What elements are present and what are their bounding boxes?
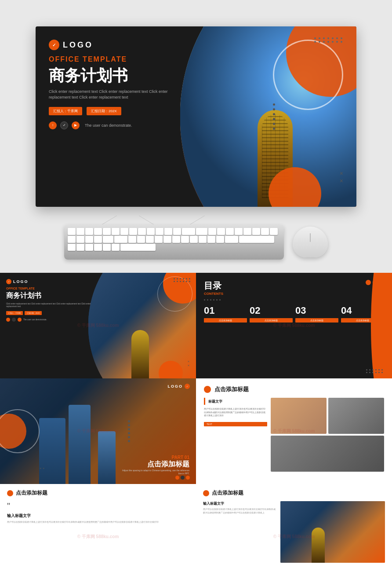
- cts-img-keyboard: [271, 436, 385, 472]
- part01-subtitle: Adjust the spacing to adapt to Chinese t…: [119, 469, 189, 475]
- thumbnail-slide5[interactable]: 点击添加标题 " 输入标题文字 用户可以在投影仪或者计算机上进行演示也可以将演示…: [0, 484, 196, 572]
- brs-para: 用户可以在投影仪或者计算机上进行演示也可以将演示文稿打印出来制作成胶片以便使用到…: [203, 508, 276, 514]
- bls-header: 点击添加标题: [7, 489, 189, 497]
- thumbnail-slide3[interactable]: LOGO ✓ PART 01 点击添加标题 Adjust the spacing…: [0, 378, 196, 484]
- thumbnail-slide2[interactable]: 目录 CONTENTS 01 点击添加标题 02 点: [196, 273, 392, 378]
- building1: [39, 418, 65, 484]
- mini-check-icon: [12, 318, 16, 322]
- cts-red-dot: [204, 386, 211, 393]
- contents-header: 目录 CONTENTS: [204, 280, 384, 296]
- watermark5: © 千库网 588ku.com: [77, 534, 119, 540]
- mini-logo-row: ✓ LOGO: [6, 279, 102, 284]
- mini-badge2: 汇报日期：202X: [25, 311, 42, 315]
- thumbnail-slide6[interactable]: 点击添加标题 输入标题文字 用户可以在投影仪或者计算机上进行演示也可以将演示文稿…: [196, 484, 392, 572]
- brs-header: 点击添加标题: [203, 489, 385, 497]
- hero-wrapper: ✓ LOGO OFFICE TEMPLATE 商务计划书 Click enter…: [0, 0, 392, 216]
- thumbnail-slide1[interactable]: ✓ LOGO OFFICE TEMPLATE 商务计划书 Click enter…: [0, 273, 196, 378]
- mini-badge1: 汇报人：千库网: [6, 311, 23, 315]
- contents-slide: 目录 CONTENTS 01 点击添加标题 02 点: [196, 273, 392, 378]
- p01-icon2: [181, 476, 185, 480]
- c-icon1: [366, 280, 371, 285]
- part01-bottom-icons: [175, 476, 190, 480]
- cts-title: 点击添加标题: [214, 385, 249, 393]
- thumbnails-grid: ✓ LOGO OFFICE TEMPLATE 商务计划书 Click enter…: [0, 273, 392, 572]
- cts-label-text: 标题文字: [208, 399, 222, 404]
- num-big-2: 02: [250, 305, 293, 316]
- mini-info-icon: [6, 318, 10, 322]
- bls-input-text: 用户可以在投影仪或者计算机上进行演示也可以将演示文稿打印出来制作成胶片以便使用到…: [7, 521, 189, 524]
- mini-badges: 汇报人：千库网 汇报日期：202X: [6, 311, 102, 315]
- hero-content: ✓ LOGO OFFICE TEMPLATE 商务计划书 Click enter…: [36, 26, 196, 207]
- cts-label-title: 标题文字: [204, 398, 267, 405]
- bls-title: 点击添加标题: [16, 489, 47, 497]
- mini-play-icon: [18, 318, 22, 322]
- contents-dots: [204, 299, 384, 301]
- brs-img-col: [280, 501, 385, 563]
- play-icon: ▶: [72, 121, 80, 129]
- quote-icon: ": [7, 501, 189, 511]
- cts-images-col: [271, 398, 385, 472]
- cts-label-bar: [204, 398, 205, 405]
- brs-img: [280, 501, 385, 563]
- logo-row: ✓ LOGO: [49, 40, 183, 50]
- bottom-left-slide: 点击添加标题 " 输入标题文字 用户可以在投影仪或者计算机上进行演示也可以将演示…: [0, 484, 196, 572]
- cts-body: 标题文字 用户可以在投影仪或者计算机上进行演示也可以将演示文稿打印出来制作成胶片…: [204, 398, 384, 472]
- part01-content: PART 01 点击添加标题 Adjust the spacing to ada…: [119, 455, 189, 475]
- keyboard-section: [0, 216, 392, 273]
- part01-logo-text: LOGO: [168, 384, 183, 389]
- office-template-label: OFFICE TEMPLATE: [49, 55, 183, 63]
- logo-text: LOGO: [63, 40, 93, 50]
- contents-title-en: CONTENTS: [204, 292, 223, 296]
- keyboard-image: [64, 224, 284, 260]
- mini-logo-icon: ✓: [6, 279, 11, 284]
- cts-header: 点击添加标题: [204, 385, 384, 393]
- num-col-2: 02 点击添加标题: [250, 305, 293, 323]
- thumbnail-slide4[interactable]: 点击添加标题 标题文字 用户可以在投影仪或者计算机上进行演示也可以将演示文稿打印…: [196, 378, 392, 484]
- bottom-icons-row: ! ✓ ▶ The user can demonstrate.: [49, 121, 183, 129]
- cts-para: 用户可以在投影仪或者计算机上进行演示也可以将演示文稿打印出来制作成胶片以便应用到…: [204, 407, 267, 418]
- mini-dots-pattern: [174, 278, 191, 282]
- white-circle-outline: [273, 40, 343, 110]
- vertical-dots: [273, 103, 275, 130]
- brs-title-text: 输入标题文字: [203, 501, 276, 506]
- check-icon: ✓: [60, 121, 68, 129]
- part01-title: 点击添加标题: [119, 460, 189, 469]
- p01-icon1: [175, 476, 179, 480]
- brs-body: 输入标题文字 用户可以在投影仪或者计算机上进行演示也可以将演示文稿打印出来制作成…: [203, 501, 385, 563]
- brs-red-dot: [203, 490, 209, 496]
- mini-subtitle: Click enter replacement text Click enter…: [6, 303, 102, 308]
- cross-mark: ××: [340, 170, 343, 185]
- contents-bottom-dots: [366, 369, 383, 373]
- bls-input-title: 输入标题文字: [7, 513, 189, 519]
- demo-text: The user can demonstrate.: [85, 123, 132, 128]
- info-icon: !: [49, 121, 57, 129]
- info-badges: 汇报人：千库网 汇报日期：202X: [49, 107, 183, 115]
- mouse-image: [293, 227, 328, 257]
- cts-img-row1: [271, 398, 385, 434]
- bottom-right-slide: 点击添加标题 输入标题文字 用户可以在投影仪或者计算机上进行演示也可以将演示文稿…: [196, 484, 392, 572]
- building2: [69, 405, 91, 484]
- mini-demo-text: The user can demonstrate.: [23, 319, 47, 321]
- part01-logo: LOGO ✓: [168, 384, 190, 389]
- building3: [98, 431, 116, 484]
- part01-cross: × ×: [40, 466, 45, 471]
- mini-office-template: OFFICE TEMPLATE: [6, 287, 102, 290]
- mini-hero-content: ✓ LOGO OFFICE TEMPLATE 商务计划书 Click enter…: [0, 273, 108, 328]
- num-label-3: 点击添加标题: [295, 318, 338, 323]
- dots-pattern: [314, 37, 343, 43]
- badge-date: 汇报日期：202X: [87, 107, 121, 115]
- mini-cross: ××: [188, 360, 189, 367]
- part01-slide: LOGO ✓ PART 01 点击添加标题 Adjust the spacing…: [0, 378, 196, 484]
- badge-reporter: 汇报人：千库网: [49, 107, 82, 115]
- keyboard-keys: [64, 224, 284, 254]
- cts-img-row2: [271, 436, 385, 472]
- content-text-slide: 点击添加标题 标题文字 用户可以在投影仪或者计算机上进行演示也可以将演示文稿打印…: [196, 378, 392, 484]
- brs-text-col: 输入标题文字 用户可以在投影仪或者计算机上进行演示也可以将演示文稿打印出来制作成…: [203, 501, 276, 563]
- cts-btn[interactable]: TEXT: [204, 422, 267, 426]
- bls-red-dot: [7, 490, 13, 496]
- cts-img-laptop: [328, 398, 384, 434]
- num-label-1: 点击添加标题: [204, 318, 247, 323]
- hero-slide: ✓ LOGO OFFICE TEMPLATE 商务计划书 Click enter…: [36, 26, 356, 207]
- cts-img-hand: [271, 398, 327, 434]
- mini-main-title: 商务计划书: [6, 291, 102, 301]
